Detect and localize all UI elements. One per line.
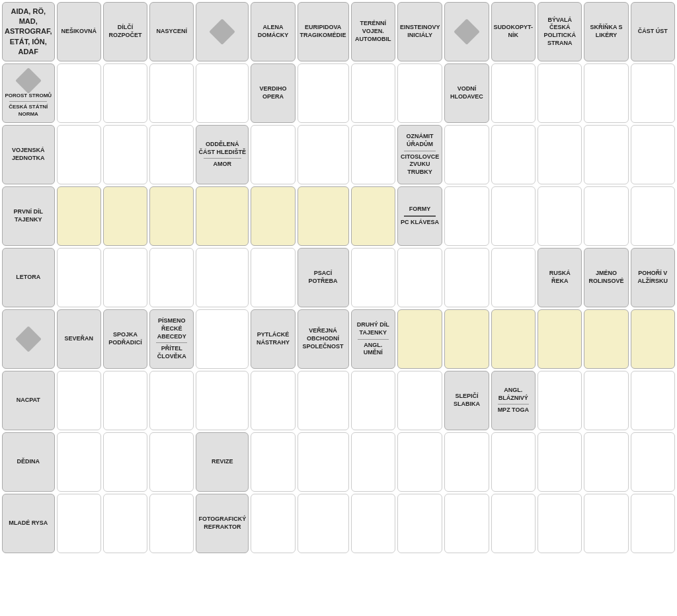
cell-r8-c5: REVIZE <box>196 432 249 492</box>
cell-text: NEŠIKOVNÁ <box>61 28 97 36</box>
cell-r4-c1: PRVNÍ DÍL TAJENKY <box>2 186 55 246</box>
cell-r5-c6 <box>251 248 295 307</box>
cell-text-top: ANGL. BLÁZNIVÝ <box>494 387 534 402</box>
cell-r8-c1: DĚDINA <box>2 432 55 492</box>
cell-r4-c2 <box>57 186 101 246</box>
cell-r1-c5 <box>196 2 249 61</box>
cell-r2-c12 <box>538 63 582 123</box>
cell-r9-c12 <box>538 494 582 553</box>
cell-r9-c10 <box>444 494 489 553</box>
cell-r2-c1: POROST STROMŮČESKÁ STÁTNÍ NORMA <box>2 63 55 123</box>
cell-text: JMÉNO ROLINSOVÉ <box>586 270 625 285</box>
cell-r4-c5 <box>196 186 249 246</box>
cell-r5-c14: POHOŘÍ V ALŽÍRSKU <box>631 248 675 307</box>
cell-r6-c6: PYTLÁCKÉ NÁSTRAHY <box>251 309 295 369</box>
cell-r5-c2 <box>57 248 101 307</box>
cell-r7-c13 <box>584 371 628 430</box>
cell-text: RUSKÁ ŘEKA <box>540 270 579 285</box>
cell-r2-c3 <box>103 63 147 123</box>
cell-r6-c12 <box>538 309 582 369</box>
cell-r2-c14 <box>631 63 675 123</box>
cell-text-bottom: MPZ TOGA <box>498 406 529 414</box>
cell-text-bottom: CITOSLOVCE ZVUKU TRUBKY <box>400 153 440 176</box>
cell-text-bottom: ČESKÁ STÁTNÍ NORMA <box>5 104 52 118</box>
cell-r2-c9 <box>397 63 442 123</box>
cell-text: EURIPIDOVA TRAGIKOMÉDIE <box>300 24 346 39</box>
cell-r4-c13 <box>584 186 628 246</box>
cell-text: VEŘEJNÁ OBCHODNÍ SPOLEČNOST <box>300 327 346 350</box>
cell-text: DĚDINA <box>17 458 40 466</box>
cell-text: PRVNÍ DÍL TAJENKY <box>5 208 52 223</box>
cell-r6-c5 <box>196 309 249 369</box>
cell-r8-c11 <box>491 432 536 492</box>
cell-r6-c8: DRUHÝ DÍL TAJENKYANGL. UMĚNÍ <box>351 309 395 369</box>
cell-r4-c11 <box>491 186 536 246</box>
cell-r2-c8 <box>351 63 395 123</box>
cell-r3-c10 <box>444 125 489 184</box>
cell-r7-c9 <box>397 371 442 430</box>
cell-r9-c3 <box>103 494 147 553</box>
cell-r4-c8 <box>351 186 395 246</box>
cell-r6-c13 <box>584 309 628 369</box>
cell-r9-c13 <box>584 494 628 553</box>
cell-r1-c6: ALENA DOMÁCKY <box>251 2 295 61</box>
cell-r8-c12 <box>538 432 582 492</box>
cell-text-bottom: PŘÍTEL ČLOVĚKA <box>152 345 191 360</box>
cell-r7-c3 <box>103 371 147 430</box>
cell-r1-c13: SKŘÍŇKA S LIKÉRY <box>584 2 628 61</box>
cell-r3-c11 <box>491 125 536 184</box>
cell-r2-c4 <box>149 63 194 123</box>
cell-r8-c6 <box>251 432 295 492</box>
diamond-icon <box>19 69 38 93</box>
cell-text-bottom: AMOR <box>214 161 232 169</box>
cell-r7-c10: SLEPIČÍ SLABIKA <box>444 371 489 430</box>
cell-text: MLADÉ RYSA <box>9 520 48 527</box>
cell-text-bottom: PC KLÁVESA <box>401 219 439 227</box>
cell-r3-c6 <box>251 125 295 184</box>
cell-r1-c7: EURIPIDOVA TRAGIKOMÉDIE <box>298 2 349 61</box>
cell-r9-c14 <box>631 494 675 553</box>
cell-r8-c7 <box>298 432 349 492</box>
cell-text: BÝVALÁ ČESKÁ POLITICKÁ STRANA <box>540 17 579 48</box>
cell-r3-c8 <box>351 125 395 184</box>
cell-r9-c5: FOTOGRAFICKÝ REFRAKTOR <box>196 494 249 553</box>
cell-r4-c10 <box>444 186 489 246</box>
cell-r7-c6 <box>251 371 295 430</box>
cell-text-top: FORMY <box>409 206 431 213</box>
cell-r3-c3 <box>103 125 147 184</box>
cell-r1-c3: DÍLČÍ ROZPOČET <box>103 2 147 61</box>
cell-text: FOTOGRAFICKÝ REFRAKTOR <box>198 516 246 531</box>
cell-r6-c3: SPOJKA PODŘADICÍ <box>103 309 147 369</box>
cell-r4-c4 <box>149 186 194 246</box>
cell-r2-c10: VODNÍ HLODAVEC <box>444 63 489 123</box>
cell-text: SKŘÍŇKA S LIKÉRY <box>586 24 625 39</box>
cell-r6-c4: PÍSMENO ŘECKÉ ABECEDYPŘÍTEL ČLOVĚKA <box>149 309 194 369</box>
cell-text: SEVEŘAN <box>64 335 93 343</box>
cell-r2-c13 <box>584 63 628 123</box>
cell-r3-c14 <box>631 125 675 184</box>
cell-text: DÍLČÍ ROZPOČET <box>106 24 145 39</box>
cell-r3-c4 <box>149 125 194 184</box>
cell-text-top: OZNÁMIT ÚŘADŮM <box>400 133 440 148</box>
cell-r3-c9: OZNÁMIT ÚŘADŮMCITOSLOVCE ZVUKU TRUBKY <box>397 125 442 184</box>
cell-r5-c10 <box>444 248 489 307</box>
cell-text-top: DRUHÝ DÍL TAJENKY <box>354 321 393 336</box>
cell-r5-c5 <box>196 248 249 307</box>
cell-r5-c7: PSACÍ POTŘEBA <box>298 248 349 307</box>
cell-r8-c14 <box>631 432 675 492</box>
cell-text: POHOŘÍ V ALŽÍRSKU <box>633 270 672 285</box>
cell-text: VOJENSKÁ JEDNOTKA <box>5 147 52 162</box>
cell-text: SLEPIČÍ SLABIKA <box>447 393 486 408</box>
cell-r1-c8: TERÉNNÍ VOJEN. AUTOMOBIL <box>351 2 395 61</box>
cell-text-bottom: ANGL. UMĚNÍ <box>354 342 393 357</box>
cell-r6-c9 <box>397 309 442 369</box>
cell-text: VODNÍ HLODAVEC <box>447 85 486 100</box>
cell-r1-c12: BÝVALÁ ČESKÁ POLITICKÁ STRANA <box>538 2 582 61</box>
cell-r2-c7 <box>298 63 349 123</box>
cell-r8-c13 <box>584 432 628 492</box>
cell-r4-c3 <box>103 186 147 246</box>
cell-r7-c5 <box>196 371 249 430</box>
cell-text: PSACÍ POTŘEBA <box>300 270 346 285</box>
cell-r1-c10 <box>444 2 489 61</box>
cell-r8-c8 <box>351 432 395 492</box>
